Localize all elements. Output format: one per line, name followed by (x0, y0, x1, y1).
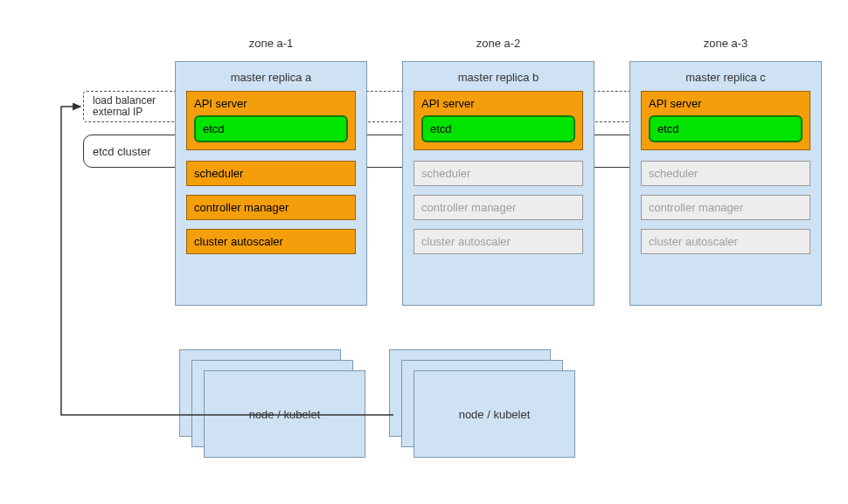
node-label: node / kubelet (249, 408, 321, 421)
zone-label-a2: zone a-2 (402, 37, 594, 50)
scheduler-box: scheduler (414, 161, 583, 186)
load-balancer-label: load balancer external IP (93, 95, 156, 118)
cluster-autoscaler-box: cluster autoscaler (414, 229, 583, 254)
api-server-label: API server (421, 97, 575, 110)
scheduler-box: scheduler (641, 161, 810, 186)
cluster-autoscaler-box: cluster autoscaler (186, 229, 356, 254)
master-replica-b: master replica b API server etcd schedul… (402, 61, 594, 306)
node-pool-1: node / kubelet (179, 349, 367, 454)
node-card-front: node / kubelet (204, 370, 365, 458)
api-server-box: API server etcd (186, 91, 356, 150)
replica-title: master replica a (186, 71, 356, 84)
node-label: node / kubelet (459, 408, 531, 421)
etcd-label: etcd (657, 122, 679, 135)
cluster-autoscaler-box: cluster autoscaler (641, 229, 810, 254)
diagram-canvas: zone a-1 zone a-2 zone a-3 load balancer… (0, 0, 848, 504)
zone-label-a1: zone a-1 (175, 37, 367, 50)
controller-manager-box: controller manager (641, 195, 810, 220)
master-replica-c: master replica c API server etcd schedul… (629, 61, 822, 306)
api-server-label: API server (649, 97, 803, 110)
controller-manager-box: controller manager (186, 195, 356, 220)
etcd-box: etcd (194, 115, 348, 142)
api-server-label: API server (194, 97, 348, 110)
etcd-box: etcd (421, 115, 575, 142)
master-replica-a: master replica a API server etcd schedul… (175, 61, 367, 306)
replica-title: master replica b (414, 71, 583, 84)
etcd-label: etcd (203, 122, 225, 135)
api-server-box: API server etcd (641, 91, 810, 150)
replica-title: master replica c (641, 71, 810, 84)
etcd-label: etcd (430, 122, 452, 135)
node-card-front: node / kubelet (414, 370, 575, 458)
controller-manager-box: controller manager (414, 195, 583, 220)
etcd-box: etcd (649, 115, 803, 142)
etcd-cluster-label: etcd cluster (93, 145, 150, 158)
zone-label-a3: zone a-3 (629, 37, 822, 50)
api-server-box: API server etcd (414, 91, 583, 150)
node-pool-2: node / kubelet (389, 349, 577, 454)
scheduler-box: scheduler (186, 161, 356, 186)
